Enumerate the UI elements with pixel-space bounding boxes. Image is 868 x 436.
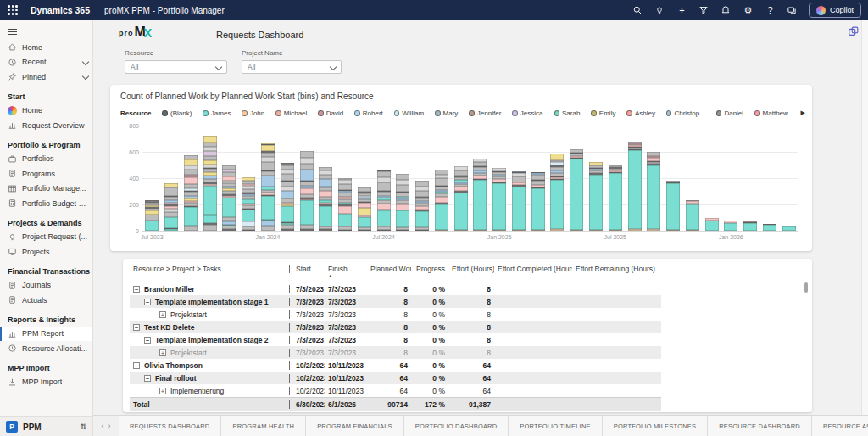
legend-item-christop[interactable]: Christop... bbox=[666, 109, 705, 117]
stacked-bar[interactable] bbox=[628, 142, 642, 231]
legend-item-james[interactable]: James bbox=[203, 109, 231, 117]
stacked-bar[interactable] bbox=[666, 181, 680, 231]
sidebar-item-ppm-report[interactable]: PPM Report bbox=[0, 327, 92, 342]
legend-item-ashley[interactable]: Ashley bbox=[626, 109, 655, 117]
search-icon[interactable] bbox=[632, 5, 643, 16]
stacked-bar[interactable] bbox=[512, 171, 526, 231]
table-total-row[interactable]: Total6/30/20226/1/202690714172 %91,387 bbox=[130, 397, 661, 411]
legend-scroll-right-icon[interactable]: ▶ bbox=[801, 109, 805, 116]
collapse-toggle-icon[interactable]: − bbox=[144, 299, 151, 305]
column-header-remaining[interactable]: Effort Remaining (Hours) bbox=[572, 265, 657, 273]
stacked-bar[interactable] bbox=[589, 162, 603, 231]
page-tab-resource-assignments[interactable]: RESOURCE ASSIGNMENTS bbox=[812, 416, 868, 436]
stacked-bar[interactable] bbox=[164, 183, 178, 231]
page-tab-portfolio-milestones[interactable]: PORTFOLIO MILESTONES bbox=[603, 416, 709, 436]
sidebar-item-portfolio-budget-e[interactable]: Portfolio Budget E... bbox=[0, 196, 92, 211]
table-row[interactable]: −Template implementation stage 27/3/2023… bbox=[130, 333, 661, 346]
legend-item-john[interactable]: John bbox=[242, 109, 264, 117]
sidebar-item-home[interactable]: Home bbox=[0, 103, 92, 119]
stacked-bar[interactable] bbox=[724, 221, 737, 231]
table-row[interactable]: −Test KD Delete7/3/20237/3/202380 %8 bbox=[130, 321, 661, 333]
stacked-bar[interactable] bbox=[686, 200, 699, 231]
legend-item-mary[interactable]: Mary bbox=[435, 109, 458, 117]
sidebar-item-actuals[interactable]: Actuals bbox=[0, 293, 92, 308]
settings-gear-icon[interactable]: ⚙ bbox=[743, 5, 754, 16]
sidebar-item-project-request[interactable]: Project Request (... bbox=[0, 230, 92, 245]
project-name-filter-dropdown[interactable]: All bbox=[242, 60, 342, 74]
legend-item-emily[interactable]: Emily bbox=[591, 109, 615, 117]
add-icon[interactable]: + bbox=[676, 5, 687, 16]
lightbulb-icon[interactable] bbox=[654, 5, 665, 16]
tabs-scroll-right-icon[interactable]: › bbox=[108, 422, 111, 430]
legend-item-michael[interactable]: Michael bbox=[275, 109, 307, 117]
sidebar-item-home[interactable]: Home bbox=[0, 40, 92, 55]
table-row[interactable]: +Projektstart7/3/20237/3/202380 %8 bbox=[130, 308, 661, 321]
legend-item-william[interactable]: William bbox=[394, 109, 424, 117]
page-tab-portfolio-dashboard[interactable]: PORTFOLIO DASHBOARD bbox=[404, 416, 509, 436]
page-tab-portfolio-timeline[interactable]: PORTFOLIO TIMELINE bbox=[509, 416, 602, 436]
stacked-bar[interactable] bbox=[454, 166, 468, 231]
sidebar-item-projects[interactable]: Projects bbox=[0, 244, 92, 260]
sidebar-item-portfolios[interactable]: Portfolios bbox=[0, 152, 92, 167]
sidebar-item-resource-allocati[interactable]: Resource Allocati... bbox=[0, 341, 92, 356]
stacked-bar[interactable] bbox=[782, 226, 796, 231]
legend-item-blank[interactable]: (Blank) bbox=[162, 109, 192, 117]
expand-toggle-icon[interactable]: + bbox=[159, 388, 166, 394]
legend-item-daniel[interactable]: Daniel bbox=[716, 109, 743, 117]
feedback-icon[interactable] bbox=[787, 5, 798, 16]
stacked-bar[interactable] bbox=[300, 151, 314, 231]
help-icon[interactable]: ? bbox=[765, 5, 776, 16]
page-scrollbar-track[interactable] bbox=[861, 20, 868, 415]
table-scrollbar-thumb[interactable] bbox=[804, 282, 808, 293]
expand-toggle-icon[interactable]: + bbox=[159, 311, 166, 318]
stacked-bar[interactable] bbox=[743, 221, 757, 231]
stacked-bar[interactable] bbox=[281, 163, 294, 231]
table-row[interactable]: −Brandon Miller7/3/20237/3/202380 %8 bbox=[130, 282, 661, 295]
sidebar-item-recent[interactable]: Recent bbox=[0, 55, 92, 70]
expand-toggle-icon[interactable]: + bbox=[159, 349, 166, 356]
legend-item-jessica[interactable]: Jessica bbox=[512, 109, 542, 117]
area-switcher[interactable]: P PPM ⇅ bbox=[0, 416, 92, 436]
stacked-bar[interactable] bbox=[338, 178, 352, 231]
collapse-toggle-icon[interactable]: − bbox=[133, 324, 140, 331]
collapse-sitemap-hamburger-icon[interactable] bbox=[0, 23, 92, 40]
stacked-bar[interactable] bbox=[705, 218, 719, 231]
stacked-bar[interactable] bbox=[763, 224, 776, 232]
table-row[interactable]: +Implementierung10/2/202310/11/2023640 %… bbox=[130, 384, 661, 397]
notifications-bell-icon[interactable] bbox=[721, 5, 732, 16]
stacked-bar[interactable] bbox=[358, 187, 371, 231]
column-header-finish[interactable]: Finish▲ bbox=[325, 265, 367, 279]
table-row[interactable]: −Final rollout10/2/202310/11/2023640 %64 bbox=[130, 372, 661, 384]
column-header-start[interactable]: Start bbox=[289, 265, 325, 273]
legend-item-matthew[interactable]: Matthew bbox=[754, 109, 788, 117]
sidebar-item-request-overview[interactable]: Request Overview bbox=[0, 118, 92, 133]
sidebar-item-pinned[interactable]: Pinned bbox=[0, 70, 92, 85]
legend-item-sarah[interactable]: Sarah bbox=[554, 109, 581, 117]
column-header-name[interactable]: Resource > Project > Tasks bbox=[130, 265, 289, 273]
stacked-bar[interactable] bbox=[531, 172, 545, 231]
column-header-progress[interactable]: Progress bbox=[411, 265, 448, 273]
stacked-bar[interactable] bbox=[435, 170, 448, 231]
stacked-bar[interactable] bbox=[203, 136, 217, 231]
sidebar-item-journals[interactable]: Journals bbox=[0, 278, 92, 293]
stacked-bar[interactable] bbox=[261, 143, 275, 231]
filter-icon[interactable] bbox=[698, 5, 709, 16]
app-launcher-waffle-icon[interactable] bbox=[7, 4, 19, 16]
stacked-bar[interactable] bbox=[415, 181, 429, 231]
table-row[interactable]: −Olivia Thompson10/2/202310/11/2023640 %… bbox=[130, 359, 661, 372]
copilot-button[interactable]: Copilot bbox=[809, 3, 861, 18]
stacked-bar[interactable] bbox=[492, 168, 506, 231]
collapse-toggle-icon[interactable]: − bbox=[133, 362, 140, 369]
table-row[interactable]: −Template implementation stage 17/3/2023… bbox=[130, 295, 661, 308]
stacked-bar[interactable] bbox=[145, 200, 159, 231]
sidebar-item-programs[interactable]: Programs bbox=[0, 166, 92, 182]
stacked-bar[interactable] bbox=[550, 154, 564, 231]
dynamics-brand[interactable]: Dynamics 365 bbox=[31, 5, 90, 15]
stacked-bar[interactable] bbox=[242, 177, 255, 231]
legend-item-david[interactable]: David bbox=[318, 109, 343, 117]
column-header-completed[interactable]: Effort Completed (Hours) bbox=[494, 265, 572, 273]
collapse-toggle-icon[interactable]: − bbox=[144, 337, 151, 344]
stacked-bar[interactable] bbox=[647, 152, 660, 231]
tabs-scroll-left-icon[interactable]: ‹ bbox=[102, 422, 104, 430]
column-header-effort[interactable]: Effort (Hours) bbox=[448, 265, 494, 273]
